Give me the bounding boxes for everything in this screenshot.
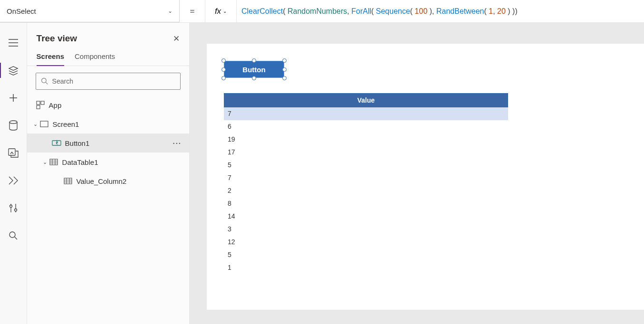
tree-item-datatable1[interactable]: ⌄ DataTable1	[27, 152, 189, 172]
svg-point-0	[10, 121, 17, 124]
canvas-button1[interactable]: Button	[224, 61, 284, 78]
tree-view-icon[interactable]	[8, 65, 19, 76]
settings-icon[interactable]	[8, 202, 19, 214]
formula-token: 20	[497, 7, 506, 16]
formula-token: )	[427, 7, 432, 16]
table-row[interactable]: 14	[224, 210, 508, 223]
formula-token: ForAll	[351, 7, 371, 16]
formula-token: (	[371, 7, 376, 16]
table-row[interactable]: 7	[224, 107, 508, 120]
table-row[interactable]: 6	[224, 120, 508, 133]
insert-icon[interactable]	[8, 92, 19, 104]
screen-icon	[39, 119, 49, 129]
main-layout: Tree view ✕ Screens Components Search Ap…	[0, 23, 644, 324]
datatable-icon	[49, 157, 58, 167]
formula-token: ) ))	[506, 7, 518, 16]
tree-item-screen1[interactable]: ⌄ Screen1	[27, 114, 189, 133]
tree-item-app[interactable]: App	[27, 95, 189, 114]
tree-item-label: Value_Column2	[77, 177, 127, 185]
table-row[interactable]: 19	[224, 133, 508, 146]
formula-token: Sequence	[376, 7, 410, 16]
formula-token: ,	[432, 7, 436, 16]
svg-rect-6	[37, 101, 40, 105]
formula-token: RandBetween	[436, 7, 484, 16]
hamburger-icon[interactable]	[8, 37, 19, 48]
search-input[interactable]: Search	[36, 73, 181, 90]
formula-token: 1	[489, 7, 493, 16]
chevron-down-icon[interactable]: ⌄	[32, 121, 39, 127]
column-icon	[63, 176, 73, 186]
button-icon	[52, 138, 61, 148]
more-icon[interactable]: ···	[173, 139, 182, 147]
svg-rect-7	[41, 101, 44, 105]
property-dropdown[interactable]: OnSelect ⌄	[0, 0, 180, 22]
formula-token: ,	[347, 7, 351, 16]
close-icon[interactable]: ✕	[173, 34, 180, 44]
search-icon	[41, 77, 48, 85]
tree-view-tabs: Screens Components	[27, 49, 189, 66]
canvas-area: Button Value 7 6 19 17 5 7 2 8	[190, 23, 644, 324]
svg-rect-8	[37, 105, 40, 109]
formula-token: RandomNumbers	[288, 7, 347, 16]
formula-token: (	[484, 7, 489, 16]
svg-point-2	[10, 205, 12, 208]
tree-view-panel: Tree view ✕ Screens Components Search Ap…	[27, 23, 190, 324]
search-icon[interactable]	[8, 230, 19, 241]
fx-label: fx	[215, 7, 221, 16]
table-row[interactable]: 2	[224, 184, 508, 197]
tree-item-button1[interactable]: Button1 ···	[27, 133, 189, 152]
search-wrap: Search	[27, 66, 189, 95]
formula-token: (	[283, 7, 288, 16]
tree-list: App ⌄ Screen1 Button1 ··· ⌄	[27, 95, 189, 324]
app-icon	[36, 100, 45, 110]
chevron-down-icon: ⌄	[168, 8, 173, 14]
tree-item-label: DataTable1	[62, 158, 98, 166]
equals-label: =	[180, 0, 205, 22]
chevron-down-icon[interactable]: ⌄	[41, 159, 49, 165]
formula-token: 100	[415, 7, 428, 16]
table-row[interactable]: 3	[224, 223, 508, 236]
svg-rect-12	[64, 178, 72, 184]
svg-point-4	[10, 232, 15, 238]
svg-point-5	[41, 78, 46, 83]
power-automate-icon[interactable]	[8, 175, 19, 186]
svg-rect-9	[40, 121, 48, 127]
formula-token: (	[410, 7, 415, 16]
tree-view-header: Tree view ✕	[27, 23, 189, 49]
table-row[interactable]: 5	[224, 159, 508, 172]
fx-dropdown[interactable]: fx ⌄	[205, 0, 237, 22]
search-placeholder: Search	[52, 77, 73, 85]
tree-item-valuecolumn2[interactable]: Value_Column2	[27, 172, 189, 191]
tree-item-label: Screen1	[53, 120, 79, 128]
svg-point-3	[14, 209, 17, 211]
formula-bar-row: OnSelect ⌄ = fx ⌄ ClearCollect( RandomNu…	[0, 0, 644, 23]
tab-screens[interactable]: Screens	[37, 49, 64, 66]
table-row[interactable]: 1	[224, 261, 508, 274]
table-row[interactable]: 12	[224, 236, 508, 248]
svg-rect-11	[50, 159, 58, 165]
tree-item-label: App	[49, 101, 62, 109]
left-rail	[0, 23, 27, 324]
datatable-header[interactable]: Value	[224, 93, 508, 107]
property-dropdown-value: OnSelect	[7, 7, 36, 15]
tree-item-label: Button1	[65, 139, 90, 147]
formula-token: ClearCollect	[241, 7, 283, 16]
media-icon[interactable]	[8, 147, 19, 159]
table-row[interactable]: 7	[224, 172, 508, 184]
table-row[interactable]: 17	[224, 146, 508, 159]
tab-components[interactable]: Components	[75, 49, 115, 66]
table-row[interactable]: 8	[224, 197, 508, 210]
table-row[interactable]: 5	[224, 248, 508, 261]
tree-view-title: Tree view	[37, 33, 77, 44]
formula-token: ,	[493, 7, 497, 16]
canvas-datatable1[interactable]: Value 7 6 19 17 5 7 2 8 14 3 12 5 1	[224, 93, 508, 274]
canvas-screen[interactable]: Button Value 7 6 19 17 5 7 2 8	[207, 44, 644, 310]
data-icon[interactable]	[8, 120, 19, 131]
formula-input[interactable]: ClearCollect( RandomNumbers, ForAll( Seq…	[237, 0, 644, 22]
chevron-down-icon: ⌄	[223, 9, 227, 14]
